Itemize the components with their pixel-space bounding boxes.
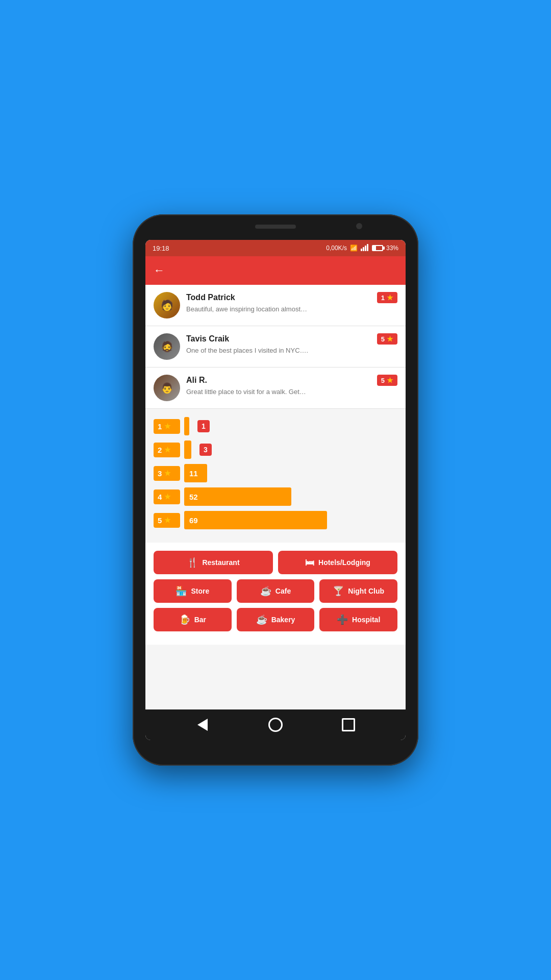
- chart-row: 5 ★69: [154, 511, 397, 529]
- review-content: Todd Patrick 1 ★ Beautiful, awe inspirin…: [186, 292, 397, 313]
- category-label: Hospital: [352, 616, 380, 624]
- avatar: 🧔: [154, 333, 180, 360]
- status-bar: 19:18 0,00K/s 📶 33%: [145, 240, 406, 256]
- rating-badge: 5 ★: [377, 375, 397, 386]
- svg-rect-0: [361, 249, 362, 251]
- category-row: 🍴Restaurant🛏Hotels/Lodging: [154, 551, 397, 574]
- back-button[interactable]: ←: [154, 264, 165, 277]
- chart-label: 3 ★: [154, 466, 180, 481]
- cafe-icon: ☕: [260, 585, 271, 597]
- chart-label: 5 ★: [154, 513, 180, 528]
- rating-number: 5: [381, 377, 385, 384]
- review-header: Tavis Craik 5 ★: [186, 333, 397, 345]
- speaker: [255, 225, 296, 229]
- category-label: Hotels/Lodging: [318, 558, 370, 567]
- rating-number: 1: [381, 294, 385, 302]
- bakery-icon: ☕: [256, 614, 267, 625]
- wifi-icon: 📶: [350, 244, 358, 252]
- review-header: Todd Patrick 1 ★: [186, 292, 397, 303]
- category-row: 🏪Store☕Cafe🍸Night Club: [154, 579, 397, 603]
- chart-bar: [184, 417, 189, 435]
- category-button-bar[interactable]: 🍺Bar: [154, 608, 232, 631]
- chart-row: 3 ★11: [154, 464, 397, 482]
- chart-bar: 69: [184, 511, 327, 529]
- chart-bar: [184, 440, 191, 459]
- nightclub-icon: 🍸: [333, 585, 344, 597]
- review-item: 🧔 Tavis Craik 5 ★ One of the best places…: [145, 326, 406, 368]
- chart-count-inline: 69: [189, 516, 198, 525]
- category-row: 🍺Bar☕Bakery➕Hospital: [154, 608, 397, 631]
- svg-rect-3: [367, 244, 368, 251]
- signal-icon: [361, 244, 369, 253]
- category-button-restaurant[interactable]: 🍴Restaurant: [154, 551, 273, 574]
- categories-section: 🍴Restaurant🛏Hotels/Lodging🏪Store☕Cafe🍸Ni…: [145, 543, 406, 645]
- chart-count: 1: [197, 420, 210, 432]
- avatar-image: 🧔: [154, 333, 180, 360]
- chart-label: 4 ★: [154, 489, 180, 504]
- avatar-image: 🧑: [154, 292, 180, 318]
- review-text: One of the best places I visited in NYC……: [186, 347, 397, 354]
- category-label: Night Club: [348, 587, 384, 595]
- chart-row: 4 ★52: [154, 487, 397, 506]
- reviewer-name: Todd Patrick: [186, 293, 235, 302]
- review-text: Beautiful, awe inspiring location almost…: [186, 305, 397, 313]
- chart-count-inline: 52: [189, 493, 198, 501]
- category-button-nightclub[interactable]: 🍸Night Club: [319, 579, 397, 603]
- review-content: Tavis Craik 5 ★ One of the best places I…: [186, 333, 397, 354]
- bottom-nav: [145, 709, 406, 740]
- category-label: Bar: [194, 616, 206, 624]
- category-button-bakery[interactable]: ☕Bakery: [237, 608, 315, 631]
- category-button-cafe[interactable]: ☕Cafe: [237, 579, 315, 603]
- avatar-image: 👨: [154, 375, 180, 401]
- status-right: 0,00K/s 📶 33%: [326, 244, 398, 253]
- avatar: 👨: [154, 375, 180, 401]
- rating-badge: 1 ★: [377, 292, 397, 303]
- chart-label: 2 ★: [154, 443, 180, 457]
- review-content: Ali R. 5 ★ Great little place to visit f…: [186, 375, 397, 396]
- category-label: Restaurant: [202, 558, 239, 567]
- category-label: Bakery: [271, 616, 295, 624]
- category-button-hospital[interactable]: ➕Hospital: [319, 608, 397, 631]
- star-icon: ★: [387, 293, 393, 302]
- reviewer-name: Ali R.: [186, 376, 207, 385]
- review-header: Ali R. 5 ★: [186, 375, 397, 386]
- phone-device: 19:18 0,00K/s 📶 33%: [133, 214, 418, 766]
- bar-icon: 🍺: [179, 614, 190, 625]
- status-time: 19:18: [153, 244, 169, 252]
- rating-chart: 1 ★12 ★33 ★114 ★525 ★69: [145, 409, 406, 543]
- nav-back-button[interactable]: [193, 716, 212, 734]
- category-label: Store: [191, 587, 209, 595]
- top-app-bar: ←: [145, 256, 406, 285]
- svg-rect-1: [363, 247, 364, 251]
- chart-bar: 52: [184, 487, 291, 506]
- chart-label: 1 ★: [154, 419, 180, 434]
- hotels-icon: 🛏: [305, 557, 314, 568]
- battery-percent: 33%: [386, 244, 398, 252]
- category-button-hotels[interactable]: 🛏Hotels/Lodging: [278, 551, 397, 574]
- chart-count: 3: [199, 444, 212, 456]
- camera: [356, 223, 362, 229]
- star-icon: ★: [387, 335, 393, 343]
- nav-recent-button[interactable]: [339, 716, 358, 734]
- rating-number: 5: [381, 335, 385, 343]
- star-icon: ★: [387, 376, 393, 384]
- rating-badge: 5 ★: [377, 333, 397, 345]
- main-content: 🧑 Todd Patrick 1 ★ Beautiful, awe inspir…: [145, 285, 406, 709]
- review-text: Great little place to visit for a walk. …: [186, 388, 397, 396]
- reviewer-name: Tavis Craik: [186, 334, 229, 344]
- chart-row: 2 ★3: [154, 440, 397, 459]
- chart-row: 1 ★1: [154, 417, 397, 435]
- battery-icon: [372, 245, 383, 251]
- chart-bar: 11: [184, 464, 207, 482]
- review-item: 👨 Ali R. 5 ★ Great little place to visit…: [145, 368, 406, 409]
- network-speed: 0,00K/s: [326, 244, 347, 252]
- restaurant-icon: 🍴: [187, 557, 198, 568]
- category-button-store[interactable]: 🏪Store: [154, 579, 232, 603]
- hospital-icon: ➕: [337, 614, 348, 625]
- category-label: Cafe: [276, 587, 291, 595]
- store-icon: 🏪: [176, 585, 187, 597]
- svg-rect-2: [365, 246, 366, 251]
- avatar: 🧑: [154, 292, 180, 318]
- chart-count-inline: 11: [189, 469, 198, 478]
- nav-home-button[interactable]: [266, 716, 285, 734]
